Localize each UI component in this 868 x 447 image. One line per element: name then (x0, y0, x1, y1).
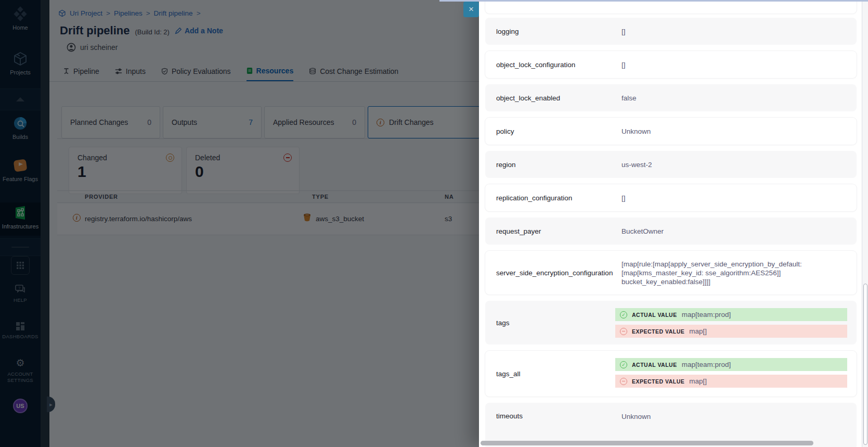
attribute-value: [map[rule:[map[apply_server_side_encrypt… (621, 260, 832, 286)
attribute-value: [] (621, 27, 832, 36)
attribute-key: tags_all (496, 370, 521, 378)
expected-value-label: EXPECTED VALUE (632, 378, 684, 385)
attribute-key: logging (496, 28, 519, 35)
vertical-scrollbar-thumb[interactable] (863, 284, 867, 445)
check-circle-icon: ✓ (620, 361, 627, 368)
attribute-value: [] (621, 60, 832, 69)
attribute-value: false (621, 94, 832, 103)
attribute-value: Unknown (621, 412, 832, 421)
app-window: Home Projects Builds (0, 0, 868, 447)
drawer-row: server_side_encryption_configuration [ma… (485, 251, 857, 295)
drawer-row-partial (485, 0, 857, 14)
expected-value-bar: EXPECTED VALUE map[] (615, 325, 847, 338)
attribute-key: policy (496, 127, 514, 135)
attribute-key: tags (496, 319, 510, 327)
attribute-key: object_lock_enabled (496, 94, 560, 102)
attribute-value: [] (621, 194, 832, 202)
drawer-row-diff: tags ✓ ACTUAL VALUE map[team:prod] EXPEC… (485, 301, 857, 344)
drawer-row: logging [] (485, 18, 857, 45)
drawer-row: request_payer BucketOwner (485, 218, 857, 245)
drawer-row: replication_configuration [] (485, 184, 857, 211)
attribute-value: BucketOwner (621, 227, 832, 236)
attribute-key: timeouts (496, 412, 523, 420)
actual-value-bar: ✓ ACTUAL VALUE map[team:prod] (615, 308, 847, 321)
actual-value-label: ACTUAL VALUE (632, 312, 677, 318)
drawer-row: policy Unknown (485, 118, 857, 145)
vertical-scrollbar[interactable] (862, 0, 868, 447)
attribute-key: server_side_encryption_configuration (496, 269, 613, 277)
minus-circle-icon (620, 378, 627, 385)
drawer-row: region us-west-2 (485, 151, 857, 178)
actual-value: map[team:prod] (682, 311, 731, 318)
close-drawer-button[interactable]: × (463, 2, 479, 17)
expected-value-bar: EXPECTED VALUE map[] (615, 375, 847, 388)
expected-value-label: EXPECTED VALUE (632, 328, 684, 335)
drawer-row-diff: tags_all ✓ ACTUAL VALUE map[team:prod] E… (485, 351, 857, 397)
expected-value: map[] (689, 377, 707, 385)
horizontal-scrollbar-thumb[interactable] (481, 441, 813, 445)
attribute-value: Unknown (621, 127, 832, 136)
actual-value: map[team:prod] (682, 361, 731, 368)
minus-circle-icon (620, 328, 627, 335)
actual-value-label: ACTUAL VALUE (632, 362, 677, 368)
attribute-key: region (496, 161, 516, 169)
attribute-value: us-west-2 (621, 160, 832, 169)
drawer-row: object_lock_enabled false (485, 84, 857, 111)
expected-value: map[] (689, 327, 707, 335)
attribute-key: object_lock_configuration (496, 61, 575, 69)
drift-details-drawer: logging [] object_lock_configuration [] … (479, 0, 862, 447)
attribute-key: replication_configuration (496, 194, 572, 202)
actual-value-bar: ✓ ACTUAL VALUE map[team:prod] (615, 358, 847, 371)
attribute-key: request_payer (496, 227, 541, 235)
check-circle-icon: ✓ (620, 311, 627, 318)
drawer-row: object_lock_configuration [] (485, 51, 857, 78)
drawer-top-edge (439, 0, 868, 2)
